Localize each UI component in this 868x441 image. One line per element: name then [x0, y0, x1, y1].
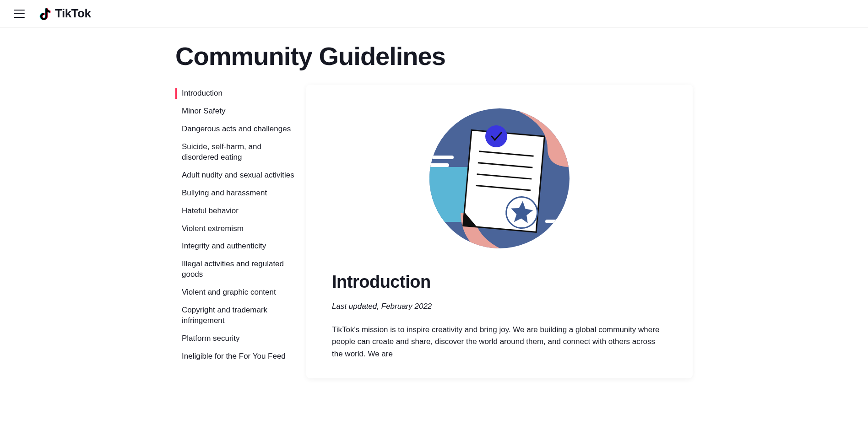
sidebar-item-label: Integrity and authenticity — [182, 242, 266, 250]
sidebar-item[interactable]: Hateful behavior — [175, 202, 294, 220]
sidebar-item-label: Suicide, self-harm, and disordered eatin… — [182, 142, 261, 161]
sidebar-item[interactable]: Illegal activities and regulated goods — [175, 255, 294, 284]
svg-point-13 — [485, 125, 507, 147]
tiktok-icon — [39, 7, 53, 21]
sidebar-item-label: Dangerous acts and challenges — [182, 124, 291, 133]
brand-logo[interactable]: TikTok — [39, 6, 91, 21]
article-heading: Introduction — [332, 272, 667, 292]
sidebar-item[interactable]: Violent and graphic content — [175, 284, 294, 301]
sidebar-item-label: Illegal activities and regulated goods — [182, 259, 284, 279]
sidebar-item[interactable]: Adult nudity and sexual activities — [175, 167, 294, 184]
sidebar-item-label: Minor Safety — [182, 107, 225, 115]
sidebar-item-label: Introduction — [182, 89, 222, 97]
sidebar-item[interactable]: Minor Safety — [175, 102, 294, 120]
sidebar-item[interactable]: Bullying and harassment — [175, 184, 294, 202]
page-title: Community Guidelines — [175, 41, 693, 71]
article-illustration — [332, 108, 667, 249]
sidebar-item[interactable]: Copyright and trademark infringement — [175, 301, 294, 330]
svg-rect-6 — [550, 227, 570, 231]
sidebar-item-label: Violent extremism — [182, 224, 244, 233]
content-card: Introduction Last updated, February 2022… — [306, 85, 693, 378]
sidebar-item-label: Adult nudity and sexual activities — [182, 171, 294, 179]
sidebar-list: IntroductionMinor SafetyDangerous acts a… — [175, 85, 294, 366]
sidebar-item-label: Hateful behavior — [182, 206, 239, 215]
sidebar-item[interactable]: Suicide, self-harm, and disordered eatin… — [175, 138, 294, 167]
svg-rect-5 — [545, 220, 570, 223]
menu-icon[interactable] — [14, 10, 25, 18]
sidebar-item-label: Ineligible for the For You Feed — [182, 352, 286, 360]
sidebar-item-label: Violent and graphic content — [182, 288, 276, 296]
sidebar-nav: IntroductionMinor SafetyDangerous acts a… — [175, 85, 294, 366]
svg-rect-4 — [429, 163, 449, 167]
sidebar-item-label: Platform security — [182, 334, 240, 343]
svg-rect-3 — [429, 156, 454, 159]
article-body: TikTok's mission is to inspire creativit… — [332, 324, 667, 360]
last-updated: Last updated, February 2022 — [332, 302, 667, 311]
sidebar-item[interactable]: Dangerous acts and challenges — [175, 120, 294, 138]
sidebar-item[interactable]: Integrity and authenticity — [175, 237, 294, 255]
sidebar-item[interactable]: Violent extremism — [175, 220, 294, 238]
sidebar-item[interactable]: Ineligible for the For You Feed — [175, 348, 294, 366]
sidebar-item[interactable]: Introduction — [175, 85, 294, 102]
sidebar-item-label: Bullying and harassment — [182, 188, 267, 197]
sidebar-item-label: Copyright and trademark infringement — [182, 306, 267, 325]
app-header: TikTok — [0, 0, 868, 27]
brand-text: TikTok — [55, 6, 91, 21]
sidebar-item[interactable]: Platform security — [175, 330, 294, 348]
document-illustration-icon — [429, 108, 570, 249]
